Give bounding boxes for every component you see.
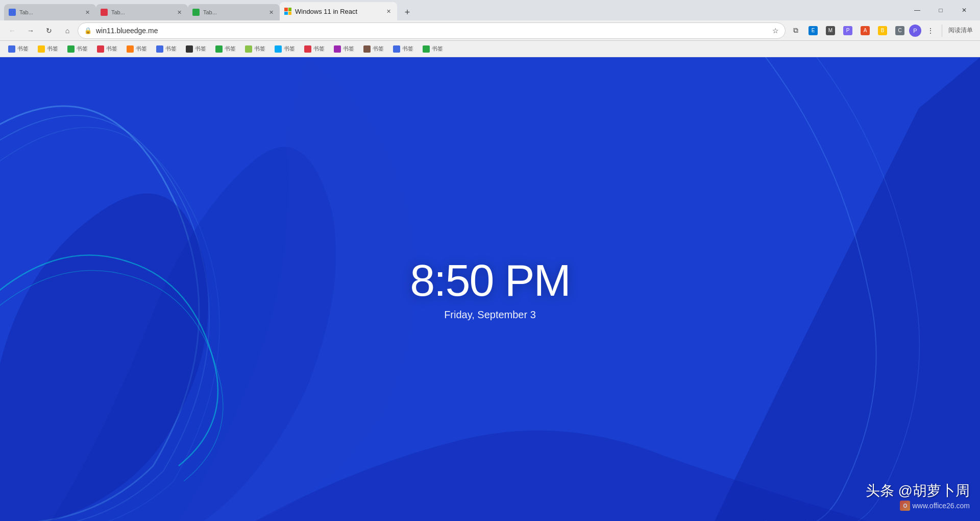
tab-close-1[interactable]: ✕ bbox=[83, 8, 92, 17]
new-tab-button[interactable]: + bbox=[399, 4, 415, 20]
tab-active-label: Windows 11 in React bbox=[295, 8, 381, 15]
tab-favicon-3 bbox=[192, 8, 200, 16]
watermark-sub: O www.office26.com bbox=[866, 501, 970, 511]
title-bar: Tab... ✕ Tab... ✕ Tab... ✕ bbox=[0, 0, 980, 20]
tab-other-1[interactable]: Tab... ✕ bbox=[4, 4, 96, 20]
bookmark-favicon-12 bbox=[334, 45, 341, 53]
bookmarks-bar: 书签 书签 书签 书签 书签 书签 书签 书签 bbox=[0, 41, 980, 57]
bookmark-favicon-5 bbox=[127, 45, 134, 53]
bookmark-favicon-9 bbox=[245, 45, 252, 53]
bookmark-7[interactable]: 书签 bbox=[182, 43, 210, 55]
bookmark-label-3: 书签 bbox=[77, 45, 88, 53]
edge-icon-2[interactable]: M bbox=[822, 22, 839, 39]
maximize-button[interactable]: □ bbox=[929, 2, 952, 18]
tab-close-2[interactable]: ✕ bbox=[175, 8, 184, 17]
minimize-button[interactable]: — bbox=[905, 2, 929, 18]
edge-icon-6[interactable]: C bbox=[892, 22, 908, 39]
bookmark-2[interactable]: 书签 bbox=[34, 43, 62, 55]
bookmark-label-6: 书签 bbox=[165, 45, 177, 53]
bookmark-favicon-4 bbox=[97, 45, 104, 53]
tab-strip: Tab... ✕ Tab... ✕ Tab... ✕ bbox=[4, 0, 903, 20]
web-content[interactable]: 8:50 PM Friday, September 3 头条 @胡萝卜周 O w… bbox=[0, 57, 980, 521]
profile-icon[interactable]: P bbox=[909, 25, 921, 37]
bookmark-favicon-3 bbox=[67, 45, 75, 53]
tab-active[interactable]: Windows 11 in React ✕ bbox=[280, 2, 397, 20]
divider bbox=[942, 25, 942, 37]
bookmark-label-15: 书签 bbox=[432, 45, 443, 53]
bookmark-label-9: 书签 bbox=[254, 45, 265, 53]
bookmark-label-4: 书签 bbox=[106, 45, 117, 53]
bookmark-star-icon[interactable]: ☆ bbox=[772, 27, 779, 35]
bookmark-label-7: 书签 bbox=[195, 45, 206, 53]
close-button[interactable]: ✕ bbox=[952, 2, 976, 18]
bookmark-favicon-13 bbox=[363, 45, 371, 53]
watermark: 头条 @胡萝卜周 O www.office26.com bbox=[866, 481, 970, 511]
tab-close-active[interactable]: ✕ bbox=[384, 7, 393, 16]
bookmark-3[interactable]: 书签 bbox=[63, 43, 92, 55]
bookmark-favicon-1 bbox=[8, 45, 15, 53]
bookmark-favicon-2 bbox=[38, 45, 45, 53]
home-button[interactable]: ⌂ bbox=[59, 22, 76, 39]
watermark-main-text: 头条 @胡萝卜周 bbox=[866, 481, 970, 501]
bookmark-label-5: 书签 bbox=[136, 45, 147, 53]
bookmark-14[interactable]: 书签 bbox=[389, 43, 418, 55]
clock-time: 8:50 PM bbox=[410, 258, 570, 303]
bookmark-favicon-10 bbox=[275, 45, 282, 53]
edge-icon-1[interactable]: E bbox=[805, 22, 821, 39]
bookmark-label-10: 书签 bbox=[284, 45, 295, 53]
bookmark-label-14: 书签 bbox=[402, 45, 413, 53]
bookmark-favicon-15 bbox=[423, 45, 430, 53]
forward-button[interactable]: → bbox=[22, 22, 39, 39]
edge-icon-5[interactable]: B bbox=[874, 22, 891, 39]
edge-icon-3[interactable]: P bbox=[840, 22, 856, 39]
tab-favicon-active bbox=[284, 7, 292, 15]
window-controls: — □ ✕ bbox=[905, 0, 976, 18]
bookmark-label-11: 书签 bbox=[313, 45, 325, 53]
watermark-url: www.office26.com bbox=[912, 502, 970, 510]
tab-other-3[interactable]: Tab... ✕ bbox=[188, 4, 280, 20]
refresh-button[interactable]: ↻ bbox=[41, 22, 57, 39]
clock-date: Friday, September 3 bbox=[410, 309, 570, 321]
bookmark-label-12: 书签 bbox=[343, 45, 354, 53]
edge-icon-4[interactable]: A bbox=[857, 22, 873, 39]
bookmark-12[interactable]: 书签 bbox=[330, 43, 358, 55]
bookmark-6[interactable]: 书签 bbox=[152, 43, 181, 55]
bookmark-5[interactable]: 书签 bbox=[122, 43, 151, 55]
bookmark-favicon-7 bbox=[186, 45, 193, 53]
tab-label-2: Tab... bbox=[111, 9, 125, 15]
tab-favicon-1 bbox=[8, 8, 16, 16]
bookmark-label-8: 书签 bbox=[225, 45, 236, 53]
extensions-icon[interactable]: ⧉ bbox=[788, 22, 804, 39]
bookmark-11[interactable]: 书签 bbox=[300, 43, 329, 55]
url-text: win11.blueedge.me bbox=[96, 27, 768, 35]
bookmark-1[interactable]: 书签 bbox=[4, 43, 33, 55]
bookmark-8[interactable]: 书签 bbox=[211, 43, 240, 55]
bookmark-label-1: 书签 bbox=[17, 45, 29, 53]
bookmark-favicon-11 bbox=[304, 45, 311, 53]
more-menu-icon[interactable]: ⋮ bbox=[922, 22, 939, 39]
tab-label-3: Tab... bbox=[203, 9, 217, 15]
bookmark-4[interactable]: 书签 bbox=[93, 43, 121, 55]
tab-other-2[interactable]: Tab... ✕ bbox=[96, 4, 188, 20]
bookmark-label-13: 书签 bbox=[373, 45, 384, 53]
tab-favicon-2 bbox=[100, 8, 108, 16]
address-bar[interactable]: 🔒 win11.blueedge.me ☆ bbox=[78, 22, 786, 39]
bookmark-9[interactable]: 书签 bbox=[241, 43, 270, 55]
bookmark-favicon-8 bbox=[215, 45, 223, 53]
win11-lockscreen[interactable]: 8:50 PM Friday, September 3 头条 @胡萝卜周 O w… bbox=[0, 57, 980, 521]
bookmark-13[interactable]: 书签 bbox=[359, 43, 388, 55]
bookmark-favicon-14 bbox=[393, 45, 400, 53]
bookmark-15[interactable]: 书签 bbox=[419, 43, 447, 55]
bookmark-favicon-6 bbox=[156, 45, 163, 53]
bookmark-10[interactable]: 书签 bbox=[271, 43, 299, 55]
reader-list-button[interactable]: 阅读清单 bbox=[945, 26, 976, 35]
back-button[interactable]: ← bbox=[4, 22, 20, 39]
tab-close-3[interactable]: ✕ bbox=[266, 8, 276, 17]
clock-display: 8:50 PM Friday, September 3 bbox=[410, 258, 570, 321]
browser-chrome: Tab... ✕ Tab... ✕ Tab... ✕ bbox=[0, 0, 980, 57]
toolbar-right: ⧉ E M P A B C P ⋮ 阅读清单 bbox=[788, 22, 976, 39]
tab-label-1: Tab... bbox=[19, 9, 33, 15]
office-icon: O bbox=[900, 501, 910, 511]
toolbar: ← → ↻ ⌂ 🔒 win11.blueedge.me ☆ ⧉ E M P A bbox=[0, 20, 980, 41]
lock-icon: 🔒 bbox=[84, 27, 92, 34]
